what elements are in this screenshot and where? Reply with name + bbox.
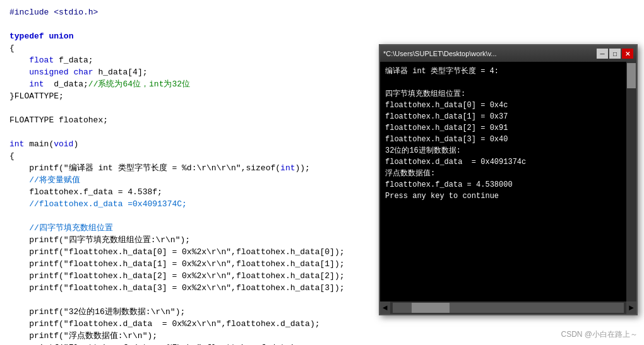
- terminal-line-5: floattohex.h_data[1] = 0x37: [385, 111, 631, 122]
- code-line-13: {: [9, 150, 376, 162]
- code-line-28: printf("浮点数数据值:\r\n");: [9, 330, 376, 342]
- terminal-scrollbar-thumb[interactable]: [627, 63, 636, 88]
- terminal-titlebar: *C:\Users\SUPLET\Desktop\work\v... ─ □ ✕: [380, 45, 636, 62]
- code-line-27: printf("floattohex.d_data = 0x%2x\r\n",f…: [9, 318, 376, 330]
- code-line-29: printf("Floattohex.f_data = %F\r\n",floa…: [9, 342, 376, 345]
- code-line-6: unsigned char h_data[4];: [9, 66, 376, 78]
- terminal-output: 编译器 int 类型字节长度 = 4: 四字节填充数组组位置: floattoh…: [380, 62, 636, 301]
- code-editor: #include <stdio.h> typedef union { float…: [0, 0, 385, 345]
- terminal-line-1: 编译器 int 类型字节长度 = 4:: [385, 66, 631, 77]
- terminal-line-9: floattohex.d_data = 0x4091374c: [385, 156, 631, 168]
- terminal-line-12: Press any key to continue: [385, 190, 631, 202]
- terminal-line-10: 浮点数数据值:: [385, 168, 631, 179]
- maximize-button[interactable]: □: [609, 49, 621, 59]
- code-line-8: }FLOATTYPE;: [9, 90, 376, 102]
- terminal-window: *C:\Users\SUPLET\Desktop\work\v... ─ □ ✕…: [379, 44, 638, 315]
- close-button[interactable]: ✕: [622, 49, 633, 59]
- terminal-line-3: 四字节填充数组组位置:: [385, 88, 631, 100]
- code-line-22: printf("floattohex.h_data[1] = 0x%2x\r\n…: [9, 258, 376, 270]
- code-line-17: //floattohex.d_data =0x4091374C;: [9, 198, 376, 210]
- terminal-line-11: floattohex.f_data = 4.538000: [385, 179, 631, 190]
- code-line-7: int d_data;//系统为64位，int为32位: [9, 78, 376, 90]
- terminal-line-7: floattohex.h_data[3] = 0x40: [385, 134, 631, 145]
- code-line-5: float f_data;: [9, 54, 376, 66]
- code-line-12: int main(void): [9, 138, 376, 150]
- code-line-20: printf("四字节填充数组组位置:\r\n");: [9, 234, 376, 246]
- code-line-16: floattohex.f_data = 4.538f;: [9, 186, 376, 198]
- code-line-14: printf("编译器 int 类型字节长度 = %d:\r\n\r\n",si…: [9, 162, 376, 174]
- terminal-line-6: floattohex.h_data[2] = 0x91: [385, 122, 631, 134]
- terminal-controls: ─ □ ✕: [597, 49, 633, 59]
- terminal-title: *C:\Users\SUPLET\Desktop\work\v...: [383, 50, 597, 57]
- code-line-10: FLOATTYPE floatohex;: [9, 114, 376, 126]
- code-line-23: printf("floattohex.h_data[2] = 0x%2x\r\n…: [9, 270, 376, 282]
- code-line-4: {: [9, 42, 376, 54]
- terminal-line-4: floattohex.h_data[0] = 0x4c: [385, 100, 631, 111]
- code-line-1: #include <stdio.h>: [9, 6, 376, 18]
- terminal-line-8: 32位的16进制数数据:: [385, 145, 631, 156]
- minimize-button[interactable]: ─: [597, 49, 608, 59]
- terminal-statusbar: ◄ ►: [380, 301, 636, 314]
- terminal-line-blank1: [385, 77, 631, 88]
- watermark: CSDN @小白在路上～: [561, 329, 638, 340]
- horizontal-scrollbar[interactable]: [393, 303, 624, 313]
- hscroll-right[interactable]: ►: [626, 301, 636, 314]
- terminal-scrollbar[interactable]: [626, 62, 636, 301]
- hscroll-thumb[interactable]: [412, 303, 450, 313]
- code-line-26: printf("32位的16进制数数据:\r\n");: [9, 306, 376, 318]
- code-line-19: //四字节填充数组位置: [9, 222, 376, 234]
- code-line-24: printf("floattohex.h_data[3] = 0x%2x\r\n…: [9, 282, 376, 294]
- code-line-3: typedef union: [9, 30, 376, 42]
- code-line-21: printf("floattohex.h_data[0] = 0x%2x\r\n…: [9, 246, 376, 258]
- hscroll-left[interactable]: ◄: [380, 301, 390, 314]
- code-line-15: //将变量赋值: [9, 174, 376, 186]
